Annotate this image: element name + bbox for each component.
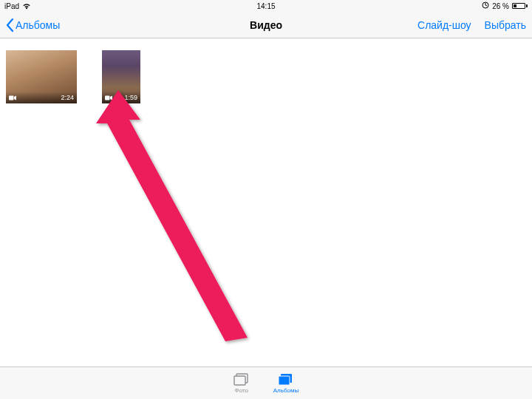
- status-bar: iPad 14:15 26 %: [0, 0, 532, 12]
- svg-rect-1: [9, 95, 14, 100]
- video-grid: 2:24 1:59: [0, 38, 532, 366]
- tab-bar: Фото Альбомы: [0, 366, 532, 399]
- video-duration: 2:24: [61, 94, 74, 101]
- svg-rect-4: [234, 376, 245, 385]
- status-left: iPad: [4, 2, 31, 10]
- video-thumbnail[interactable]: 1:59: [102, 50, 140, 103]
- wifi-icon: [22, 3, 31, 10]
- thumbnail-overlay: 2:24: [6, 92, 77, 103]
- page-title: Видео: [250, 19, 282, 31]
- nav-bar: Альбомы Видео Слайд-шоу Выбрать: [0, 12, 532, 38]
- video-icon: [105, 95, 112, 100]
- tab-label: Альбомы: [273, 387, 299, 394]
- status-right: 26 %: [482, 1, 528, 10]
- albums-icon: [278, 373, 294, 386]
- tab-albums[interactable]: Альбомы: [273, 373, 299, 394]
- status-time: 14:15: [256, 2, 275, 10]
- svg-rect-6: [279, 376, 290, 385]
- svg-rect-2: [105, 95, 110, 100]
- battery-percent: 26 %: [492, 2, 509, 10]
- annotation-arrow: [89, 90, 281, 356]
- chevron-left-icon: [6, 18, 14, 32]
- select-button[interactable]: Выбрать: [485, 19, 526, 31]
- photos-icon: [233, 373, 250, 386]
- device-name: iPad: [4, 2, 19, 10]
- slideshow-button[interactable]: Слайд-шоу: [417, 19, 471, 31]
- back-button[interactable]: Альбомы: [6, 18, 60, 32]
- video-icon: [9, 95, 16, 100]
- tab-label: Фото: [235, 387, 248, 394]
- tab-photos[interactable]: Фото: [233, 373, 250, 394]
- battery-icon: [512, 3, 528, 9]
- back-label: Альбомы: [16, 19, 60, 31]
- video-duration: 1:59: [124, 94, 137, 101]
- rotation-lock-icon: [482, 1, 489, 10]
- thumbnail-overlay: 1:59: [102, 92, 140, 103]
- video-thumbnail[interactable]: 2:24: [6, 50, 77, 103]
